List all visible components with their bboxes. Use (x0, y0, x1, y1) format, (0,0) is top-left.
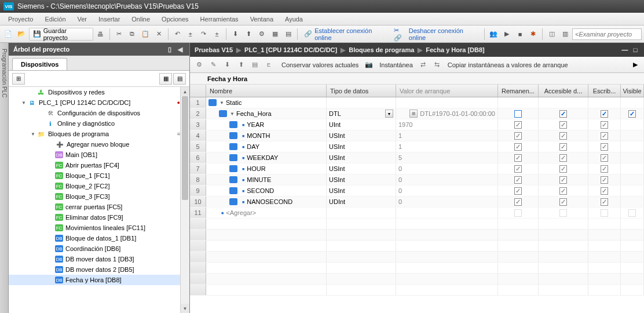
download-icon[interactable]: ⬇ (229, 28, 241, 41)
cell-name[interactable]: ■MONTH (206, 130, 327, 141)
table-row[interactable]: 9■SECONDUSInt0✓✓✓ (190, 185, 644, 196)
row-toggle-icon[interactable]: ▼ (219, 100, 225, 105)
cell-datatype[interactable] (327, 208, 396, 218)
minimize-icon[interactable]: — (621, 46, 629, 53)
cut-icon[interactable]: ✂ (113, 28, 125, 41)
tree-item[interactable]: DBCoordinación [DB6] (9, 243, 189, 254)
sim-icon[interactable]: ▦ (269, 28, 281, 41)
checkbox[interactable]: ✓ (559, 187, 567, 195)
tree-nav-icon[interactable]: ⊞ (12, 73, 25, 85)
et-icon-5[interactable]: ▤ (249, 59, 261, 71)
tree-item[interactable]: FCBloque_3 [FC3] (9, 191, 189, 202)
menu-opciones[interactable]: Opciones (156, 16, 194, 23)
cell-startvalue[interactable]: 0 (396, 174, 498, 185)
conserve-values-button[interactable]: Conservar valores actuales (279, 61, 361, 68)
cell-datatype[interactable]: USInt (327, 174, 396, 185)
tree-toggle-icon[interactable]: ▼ (30, 132, 36, 137)
cell-name[interactable]: ▼Fecha_Hora (206, 108, 327, 119)
checkbox[interactable]: ✓ (559, 176, 567, 184)
tree-toggle-icon[interactable]: ▼ (20, 100, 27, 105)
checkbox[interactable]: ✓ (601, 132, 608, 140)
checkbox[interactable] (514, 209, 522, 217)
cell-datatype[interactable]: USInt (327, 163, 396, 174)
search-input[interactable] (572, 28, 642, 40)
snapshot-button[interactable]: Instantánea (377, 61, 415, 68)
tree-item[interactable]: FCEliminar datos [FC9] (9, 212, 189, 223)
checkbox[interactable]: ✓ (559, 154, 567, 162)
tree-item[interactable]: 🛠Configuración de dispositivos (9, 108, 189, 118)
tree-item[interactable]: ℹOnline y diagnóstico (9, 118, 189, 129)
cell-startvalue[interactable]: 1 (396, 141, 498, 152)
menu-online[interactable]: Online (126, 16, 156, 23)
tree-item[interactable]: ▼📁Bloques de programa≡ (9, 129, 189, 139)
undo-split-icon[interactable]: ± (184, 28, 196, 41)
checkbox[interactable]: ✓ (514, 154, 522, 162)
tree-collapse-icon[interactable]: ◀ (175, 46, 185, 53)
checkbox[interactable]: ✓ (559, 198, 567, 206)
table-row[interactable]: 8■MINUTEUSInt0✓✓✓ (190, 174, 644, 185)
cell-name[interactable]: ■SECOND (206, 185, 327, 196)
checkbox[interactable]: ✓ (514, 132, 522, 140)
menu-proyecto[interactable]: Proyecto (2, 16, 39, 23)
menu-insertar[interactable]: Insertar (93, 16, 126, 23)
cell-datatype[interactable]: USInt (327, 141, 396, 152)
cell-startvalue[interactable]: 1 (396, 130, 498, 141)
cell-startvalue[interactable]: 1970 (396, 119, 498, 130)
cell-name[interactable]: ■HOUR (206, 163, 327, 174)
cell-datatype[interactable] (327, 97, 396, 108)
tree-scrollbar[interactable]: ▲ ▼ (180, 87, 189, 313)
cell-name[interactable]: ■<Agregar> (206, 208, 327, 218)
tree-item[interactable]: DBFecha y Hora [DB8] (9, 275, 189, 285)
col-writable[interactable]: Escrib... (588, 85, 621, 97)
crumb-3[interactable]: Fecha y Hora [DB8] (426, 46, 484, 53)
crumb-1[interactable]: PLC_1 [CPU 1214C DC/DC/DC] (244, 46, 337, 53)
menu-ayuda[interactable]: Ayuda (279, 16, 309, 23)
menu-herramientas[interactable]: Herramientas (195, 16, 244, 23)
start-cpu-icon[interactable]: ▶ (501, 28, 513, 41)
cross-ref-icon[interactable]: ✱ (527, 28, 539, 41)
checkbox[interactable]: ✓ (559, 165, 567, 173)
go-offline-button[interactable]: ✂🔗 Deshacer conexión online (390, 27, 481, 42)
col-visible[interactable]: Visible (621, 85, 644, 97)
cell-datatype[interactable]: UInt (327, 119, 396, 130)
table-row[interactable]: 1▼Static (190, 97, 644, 108)
table-row[interactable]: 3■YEARUInt1970✓✓✓ (190, 119, 644, 130)
menu-ver[interactable]: Ver (72, 16, 93, 23)
col-startvalue[interactable]: Valor de arranque (396, 85, 498, 97)
et-icon-1[interactable]: ⚙ (193, 59, 205, 71)
copy-snap-icon-1[interactable]: ⇄ (418, 59, 429, 71)
checkbox[interactable]: ✓ (514, 198, 522, 206)
redo-split-icon[interactable]: ± (211, 28, 223, 41)
layout-icon[interactable]: ▥ (559, 28, 571, 41)
cell-name[interactable]: ■WEEKDAY (206, 152, 327, 163)
datatype-dropdown-icon[interactable]: ▼ (385, 110, 393, 118)
table-row[interactable]: 4■MONTHUSInt1✓✓✓ (190, 130, 644, 141)
checkbox[interactable]: ✓ (559, 132, 567, 140)
cell-startvalue[interactable] (396, 208, 498, 218)
accessible-devices-icon[interactable]: 👥 (488, 28, 500, 41)
table-row[interactable]: 2▼Fecha_HoraDTL▼▦DTL#1970-01-01-00:00:00… (190, 108, 644, 119)
crumb-2[interactable]: Bloques de programa (349, 46, 414, 53)
tree-item[interactable]: DBBloque de datos_1 [DB1] (9, 233, 189, 243)
value-picker-icon[interactable]: ▦ (409, 110, 418, 118)
cell-datatype[interactable]: USInt (327, 185, 396, 196)
tree-item[interactable]: DBDB mover datos 2 [DB5] (9, 264, 189, 275)
menu-edición[interactable]: Edición (39, 16, 71, 23)
table-row[interactable]: 11■<Agregar> (190, 208, 644, 219)
crumb-0[interactable]: Pruebas V15 (195, 46, 233, 53)
split-view-icon[interactable]: ◫ (546, 28, 558, 41)
print-icon[interactable]: 🖶 (94, 28, 107, 41)
toolbar-more-icon[interactable]: ▶ (630, 61, 641, 68)
et-icon-4[interactable]: ⬆ (235, 59, 247, 71)
et-icon-6[interactable]: E (263, 59, 275, 71)
tree-item[interactable]: FCBloque_2 [FC2] (9, 181, 189, 191)
col-type[interactable]: Tipo de datos (327, 85, 396, 97)
cell-startvalue[interactable] (396, 97, 498, 108)
checkbox[interactable]: ✓ (601, 187, 608, 195)
checkbox[interactable]: ✓ (559, 110, 567, 118)
cell-name[interactable]: ■NANOSECOND (206, 196, 327, 207)
checkbox[interactable]: ✓ (601, 110, 608, 118)
checkbox[interactable] (559, 209, 567, 217)
tree-pin-icon[interactable]: ▯ (165, 46, 174, 53)
checkbox[interactable]: ✓ (601, 143, 608, 151)
